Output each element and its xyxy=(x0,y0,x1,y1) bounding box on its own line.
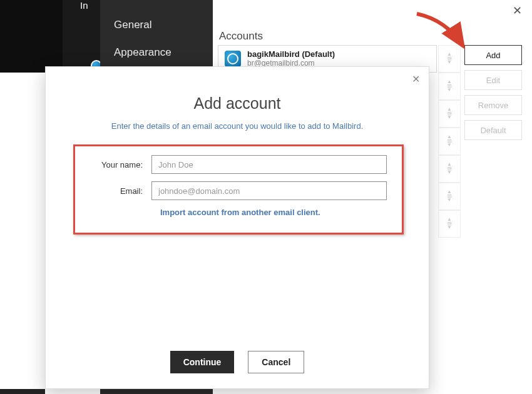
app-dark-strip-inner xyxy=(0,0,63,73)
add-button[interactable]: Add xyxy=(464,45,522,65)
dialog-title: Add account xyxy=(46,94,429,113)
account-actions: Add Edit Remove Default xyxy=(464,45,522,145)
reorder-handle[interactable]: ▲≡▼ xyxy=(438,100,461,128)
bottom-strip xyxy=(0,389,45,394)
reorder-handle[interactable]: ▲≡▼ xyxy=(438,183,461,210)
name-input[interactable] xyxy=(151,155,387,174)
name-label: Your name: xyxy=(90,160,151,169)
default-button[interactable]: Default xyxy=(464,120,522,140)
reorder-handle[interactable]: ▲≡▼ xyxy=(438,210,461,238)
mailbird-account-icon xyxy=(225,51,241,67)
cancel-button[interactable]: Cancel xyxy=(248,351,304,373)
reorder-handle[interactable]: ▲≡▼ xyxy=(438,73,461,100)
reorder-handle[interactable]: ▲≡▼ xyxy=(438,155,461,183)
edit-button[interactable]: Edit xyxy=(464,70,522,90)
account-text: bagikMailbird (Default) br@getmailbird.c… xyxy=(247,50,335,68)
reorder-handle[interactable]: ▲≡▼ xyxy=(438,45,461,73)
dialog-close-icon[interactable]: ✕ xyxy=(412,73,420,85)
app-dark-strip: In xyxy=(0,0,100,73)
reorder-column: ▲≡▼ ▲≡▼ ▲≡▼ ▲≡▼ ▲≡▼ ▲≡▼ ▲≡▼ xyxy=(438,45,461,238)
account-name: bagikMailbird (Default) xyxy=(247,50,335,59)
reorder-handle[interactable]: ▲≡▼ xyxy=(438,128,461,155)
import-account-link[interactable]: Import account from another email client… xyxy=(160,208,387,217)
email-label: Email: xyxy=(90,186,151,196)
dialog-buttons: Continue Cancel xyxy=(46,351,429,373)
dialog-subtitle: Enter the details of an email account yo… xyxy=(46,121,429,131)
sidebar-item-appearance[interactable]: Appearance xyxy=(100,39,213,66)
close-icon[interactable]: ✕ xyxy=(513,4,522,18)
truncated-title: In xyxy=(80,0,88,11)
remove-button[interactable]: Remove xyxy=(464,95,522,115)
continue-button[interactable]: Continue xyxy=(170,351,235,373)
sidebar-item-general[interactable]: General xyxy=(100,11,213,39)
accounts-heading: Accounts xyxy=(219,30,263,43)
form-highlight-box: Your name: Email: Import account from an… xyxy=(73,144,404,235)
add-account-dialog: ✕ Add account Enter the details of an em… xyxy=(45,66,429,389)
email-input[interactable] xyxy=(151,181,387,200)
